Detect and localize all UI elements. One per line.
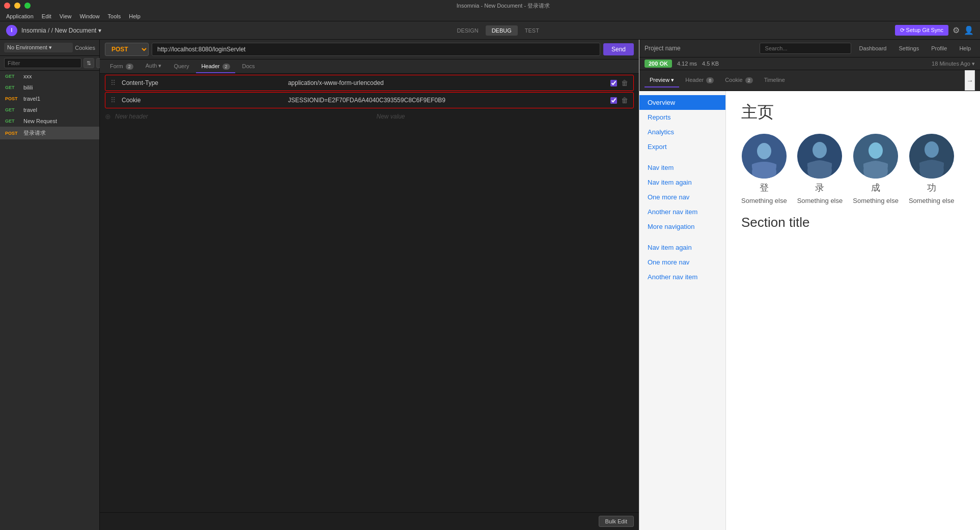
breadcrumb-doc[interactable]: / New Document ▾ (51, 27, 101, 34)
nav-item-more[interactable]: More navigation (639, 219, 725, 234)
tab-header[interactable]: Header 2 (196, 60, 235, 73)
header-checkbox[interactable] (610, 97, 617, 104)
tab-form[interactable]: Form 2 (105, 60, 138, 73)
nav-item-another2[interactable]: Another nav item (639, 270, 725, 284)
nav-item-nav-again[interactable]: Nav item again (639, 175, 725, 190)
avatar-circle (797, 134, 842, 179)
sidebar-list: GET xxx GET bilili POST travel1 GET trav… (0, 71, 99, 530)
window-title: Insomnia - New Document - 登录请求 (31, 2, 976, 10)
sidebar-item-new-request[interactable]: GET New Request (0, 115, 99, 127)
cookies-button[interactable]: Cookies (75, 45, 95, 51)
method-badge: GET (5, 107, 20, 112)
sidebar-item-label: travel (23, 107, 37, 113)
filter-input[interactable] (4, 58, 81, 68)
search-input[interactable] (760, 43, 851, 54)
collapse-arrow[interactable]: → (965, 70, 975, 91)
avatar-char: 功 (927, 182, 936, 194)
menu-help[interactable]: Help (125, 13, 145, 19)
sidebar-item-travel1[interactable]: POST travel1 (0, 93, 99, 104)
header-table: ⠿ 🗑 ⠿ 🗑 ⊕ (100, 74, 639, 512)
sidebar-item-label: 登录请求 (23, 129, 46, 137)
close-button[interactable] (4, 3, 10, 9)
nav-item-reports[interactable]: Reports (639, 110, 725, 125)
delete-header-button[interactable]: 🗑 (621, 79, 628, 87)
nav-item-another[interactable]: Another nav item (639, 204, 725, 219)
header-checkbox[interactable] (610, 80, 617, 86)
form-badge: 2 (126, 64, 133, 70)
toolbar-right: ⟳ Setup Git Sync ⚙ 👤 (895, 25, 974, 36)
settings-button[interactable]: Settings (894, 44, 923, 53)
profile-button[interactable]: Profile (927, 44, 951, 53)
header-value-input[interactable] (286, 96, 606, 105)
menu-tools[interactable]: Tools (104, 13, 125, 19)
app-logo: I (6, 25, 17, 36)
sidebar-item-bilili[interactable]: GET bilili (0, 82, 99, 93)
svg-point-1 (757, 143, 771, 159)
nav-divider (639, 234, 725, 240)
avatar-circle (853, 134, 898, 179)
sidebar-item-xxx[interactable]: GET xxx (0, 71, 99, 82)
nav-item-one-more[interactable]: One more nav (639, 190, 725, 204)
header-row: ⠿ 🗑 (105, 92, 634, 108)
tab-debug[interactable]: DEBUG (486, 25, 518, 36)
tab-timeline[interactable]: Timeline (759, 74, 790, 87)
tab-test[interactable]: TEST (519, 25, 545, 36)
method-select[interactable]: POST GET PUT DELETE (105, 43, 149, 56)
breadcrumb-sep: / (48, 27, 49, 34)
menu-application[interactable]: Application (2, 13, 38, 19)
sidebar-item-label: xxx (23, 73, 32, 79)
method-badge: POST (5, 96, 20, 101)
nav-item-overview[interactable]: Overview (639, 95, 725, 110)
tab-auth[interactable]: Auth ▾ (141, 60, 167, 73)
menu-edit[interactable]: Edit (38, 13, 55, 19)
tab-preview[interactable]: Preview ▾ (645, 74, 679, 87)
sort-icon[interactable]: ⇅ (83, 58, 94, 68)
minimize-button[interactable] (14, 3, 20, 9)
doc-dropdown[interactable]: New Document ▾ (54, 27, 101, 34)
sidebar-item-label: bilili (23, 84, 33, 91)
bulk-edit-button[interactable]: Bulk Edit (599, 516, 634, 527)
help-button[interactable]: Help (955, 44, 975, 53)
send-button[interactable]: Send (603, 43, 634, 55)
method-badge: POST (5, 131, 20, 136)
url-input[interactable] (152, 43, 600, 56)
breadcrumb-root[interactable]: Insomnia (21, 27, 46, 34)
profile-icon[interactable]: 👤 (964, 25, 974, 35)
dashboard-button[interactable]: Dashboard (855, 44, 891, 53)
nav-item-one-more2[interactable]: One more nav (639, 255, 725, 270)
tab-cookie[interactable]: Cookie 2 (720, 74, 758, 87)
env-selector[interactable]: No Environment ▾ (4, 43, 73, 52)
tab-design[interactable]: DESIGN (451, 25, 484, 36)
tab-docs[interactable]: Docs (237, 60, 260, 73)
settings-icon[interactable]: ⚙ (953, 25, 960, 35)
new-header-key-input[interactable] (115, 113, 373, 120)
toolbar-tabs: DESIGN DEBUG TEST (105, 25, 891, 36)
preview-nav: Overview Reports Analytics Export Nav it… (639, 91, 726, 530)
nav-item-analytics[interactable]: Analytics (639, 125, 725, 139)
delete-header-button[interactable]: 🗑 (621, 96, 628, 104)
new-header-value-input[interactable] (377, 113, 634, 120)
maximize-button[interactable] (24, 3, 31, 9)
menu-window[interactable]: Window (75, 13, 103, 19)
drag-handle[interactable]: ⠿ (110, 96, 116, 104)
header-value-input[interactable] (286, 78, 606, 87)
drag-handle[interactable]: ⠿ (110, 79, 116, 87)
nav-item-nav-item[interactable]: Nav item (639, 160, 725, 175)
tab-query[interactable]: Query (169, 60, 194, 73)
git-sync-button[interactable]: ⟳ Setup Git Sync (895, 25, 948, 36)
svg-point-4 (813, 142, 827, 158)
header-key-input[interactable] (120, 96, 282, 105)
main-layout: No Environment ▾ Cookies ⇅ ⋯ GET xxx GET… (0, 40, 980, 530)
menu-view[interactable]: View (55, 13, 76, 19)
avatar-label: Something else (797, 197, 843, 204)
avatar-label: Something else (909, 197, 955, 204)
nav-item-export[interactable]: Export (639, 139, 725, 154)
nav-item-nav-again2[interactable]: Nav item again (639, 240, 725, 255)
nav-divider (639, 154, 725, 160)
window-controls[interactable] (4, 3, 31, 9)
header-key-input[interactable] (120, 78, 282, 87)
bulk-edit-bar: Bulk Edit (100, 512, 639, 530)
sidebar-item-login[interactable]: POST 登录请求 (0, 127, 99, 139)
tab-header[interactable]: Header 8 (680, 74, 719, 87)
sidebar-item-travel[interactable]: GET travel (0, 104, 99, 115)
